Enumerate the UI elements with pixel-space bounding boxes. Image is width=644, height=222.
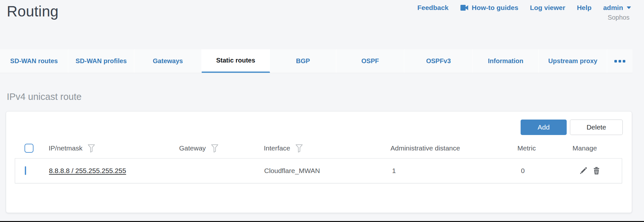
tab-label: Information bbox=[488, 57, 524, 65]
tab-label: SD-WAN profiles bbox=[76, 57, 127, 65]
caret-down-icon bbox=[627, 6, 631, 9]
tab-label: OSPFv3 bbox=[426, 57, 451, 65]
page-title: Routing bbox=[7, 3, 59, 20]
tab-upstream-proxy[interactable]: Upstream proxy bbox=[539, 49, 607, 73]
feedback-label: Feedback bbox=[417, 4, 448, 12]
column-header-ip-netmask: IP/netmask bbox=[49, 144, 82, 152]
admin-label: admin bbox=[603, 4, 623, 12]
log-viewer-link[interactable]: Log viewer bbox=[530, 4, 565, 12]
ellipsis-icon bbox=[614, 60, 625, 63]
select-all-checkbox[interactable] bbox=[24, 144, 34, 153]
section-title: IPv4 unicast route bbox=[7, 92, 82, 102]
admin-menu[interactable]: admin bbox=[603, 4, 631, 12]
delete-icon[interactable] bbox=[592, 167, 601, 175]
tab-sd-wan-routes[interactable]: SD-WAN routes bbox=[0, 49, 68, 73]
how-to-guides-label: How-to guides bbox=[472, 4, 518, 12]
video-camera-icon bbox=[460, 5, 469, 11]
column-header-manage: Manage bbox=[572, 144, 597, 152]
table-header-row: IP/netmask Gateway Interface bbox=[6, 141, 632, 155]
edit-icon[interactable] bbox=[579, 167, 588, 175]
tab-label: Gateways bbox=[153, 57, 183, 65]
feedback-link[interactable]: Feedback bbox=[417, 4, 448, 12]
route-metric-value: 0 bbox=[521, 167, 525, 175]
static-routes-card: Add Delete IP/netmask Gateway Interface bbox=[6, 111, 632, 213]
tab-sd-wan-profiles[interactable]: SD-WAN profiles bbox=[68, 49, 134, 73]
help-label: Help bbox=[577, 4, 592, 12]
tab-gateways[interactable]: Gateways bbox=[134, 49, 202, 73]
column-header-gateway: Gateway bbox=[179, 144, 206, 152]
column-header-metric: Metric bbox=[517, 144, 536, 152]
route-ip-netmask-link[interactable]: 8.8.8.8 / 255.255.255.255 bbox=[49, 167, 126, 175]
how-to-guides-link[interactable]: How-to guides bbox=[460, 4, 518, 12]
routing-tabbar: SD-WAN routes SD-WAN profiles Gateways S… bbox=[0, 49, 632, 73]
add-button[interactable]: Add bbox=[521, 120, 567, 135]
help-link[interactable]: Help bbox=[577, 4, 592, 12]
route-admin-distance-value: 1 bbox=[392, 167, 396, 175]
tab-label: BGP bbox=[296, 57, 310, 65]
delete-button[interactable]: Delete bbox=[570, 120, 623, 135]
filter-icon[interactable] bbox=[211, 144, 219, 153]
tab-label: Upstream proxy bbox=[548, 57, 597, 65]
tab-overflow-button[interactable] bbox=[607, 49, 632, 73]
tab-label: SD-WAN routes bbox=[10, 57, 58, 65]
tab-ospf[interactable]: OSPF bbox=[336, 49, 404, 73]
brand-label: Sophos bbox=[608, 14, 630, 21]
tab-ospfv3[interactable]: OSPFv3 bbox=[404, 49, 473, 73]
row-checkbox[interactable] bbox=[25, 166, 26, 175]
filter-icon[interactable] bbox=[87, 144, 95, 153]
tab-static-routes[interactable]: Static routes bbox=[202, 49, 270, 73]
filter-icon[interactable] bbox=[295, 144, 303, 153]
route-interface-value: Cloudflare_MWAN bbox=[264, 167, 320, 175]
log-viewer-label: Log viewer bbox=[530, 4, 565, 12]
manage-actions bbox=[579, 167, 601, 175]
column-header-administrative-distance: Administrative distance bbox=[390, 144, 460, 152]
tab-label: OSPF bbox=[361, 57, 379, 65]
tab-bgp[interactable]: BGP bbox=[270, 49, 336, 73]
table-row: 8.8.8.8 / 255.255.255.255 Cloudflare_MWA… bbox=[15, 158, 622, 183]
header-utility-nav: Feedback How-to guides Log viewer Help a… bbox=[417, 4, 631, 21]
tab-label: Static routes bbox=[216, 57, 255, 64]
tab-information[interactable]: Information bbox=[473, 49, 539, 73]
column-header-interface: Interface bbox=[264, 144, 290, 152]
